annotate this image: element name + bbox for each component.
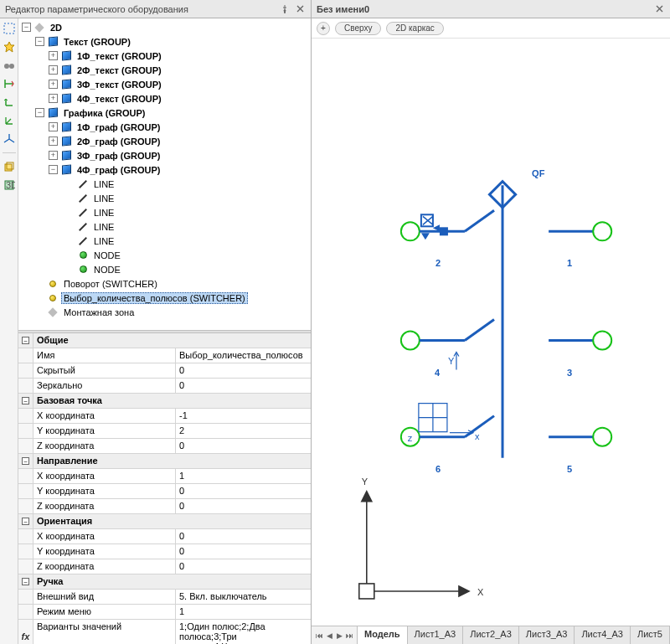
prop-row[interactable]: Внешний вид5. Вкл. выключатель [18,590,311,605]
tree-view[interactable]: − 2D − Текст (GROUP) +1Ф_текст (GROUP) +… [18,18,311,330]
crumb-top-view[interactable]: Сверху [335,22,381,35]
prop-section-direction[interactable]: –Направление [18,454,311,469]
collapse-icon[interactable]: – [22,457,29,465]
tree-node[interactable]: +1Ф_граф (GROUP) [18,120,311,134]
tree-node-node[interactable]: NODE [18,262,311,276]
tab-nav-next-icon[interactable]: ▶ [335,631,343,641]
toolbar-axis2-icon[interactable] [3,114,16,127]
prop-section-handle[interactable]: –Ручка [18,574,311,590]
prop-section-orientation[interactable]: –Ориентация [18,514,311,529]
sheet-tab-model[interactable]: Модель [358,626,408,644]
tree-node-node[interactable]: NODE [18,248,311,262]
tree-node-switcher-selected[interactable]: Выбор_количества_полюсов (SWITCHER) [18,291,311,305]
tree-node-line[interactable]: LINE [18,191,311,205]
prop-value[interactable]: 0 [176,529,311,544]
collapse-icon[interactable]: – [22,337,29,344]
tree-node-mount-zone[interactable]: Монтажная зона [18,305,311,319]
collapse-icon[interactable]: – [22,578,29,585]
prop-value[interactable]: 0 [176,559,311,574]
prop-row[interactable]: Z координата0 [18,559,311,574]
expander-icon[interactable]: + [49,137,58,146]
toolbar-select-icon[interactable] [3,22,16,35]
prop-row[interactable]: Y координата2 [18,424,311,439]
prop-value[interactable]: 1 [176,605,311,619]
expander-icon[interactable]: − [22,23,31,32]
expander-icon[interactable]: − [35,37,44,46]
crumb-wireframe[interactable]: 2D каркас [386,22,443,35]
expander-icon[interactable]: + [49,122,58,131]
toolbar-axis1-icon[interactable] [3,95,16,109]
prop-row[interactable]: Скрытый0 [18,363,311,379]
prop-row[interactable]: Y координата0 [18,544,311,559]
tree-node[interactable]: +4Ф_текст (GROUP) [18,91,311,106]
prop-value[interactable]: 0 [176,439,311,453]
crumb-plus[interactable]: + [317,22,330,35]
tree-node[interactable]: +1Ф_текст (GROUP) [18,49,311,63]
pin-icon[interactable] [279,3,291,15]
prop-value[interactable]: 0 [176,499,311,513]
expander-icon[interactable]: + [49,94,58,103]
expander-icon[interactable]: + [49,151,58,160]
tree-node-root[interactable]: − 2D [18,20,311,34]
sheet-tab[interactable]: Лист3_А3 [519,626,575,644]
property-grid[interactable]: –Общие ИмяВыбор_количества_полюсов Скрыт… [18,333,311,644]
prop-section-basepoint[interactable]: –Базовая точка [18,394,311,409]
fx-icon[interactable]: fx [22,631,30,641]
expander-icon[interactable]: − [49,165,58,174]
prop-value[interactable]: 0 [176,544,311,559]
sheet-tab[interactable]: Лист5 [631,626,670,644]
toolbar-cube-icon[interactable] [3,160,16,173]
tree-node-line[interactable]: LINE [18,234,311,248]
drawing-canvas[interactable]: QF 2 [312,39,670,626]
tree-node[interactable]: +2Ф_текст (GROUP) [18,63,311,77]
prop-row[interactable]: Z координата0 [18,439,311,454]
tree-node-line[interactable]: LINE [18,177,311,191]
sheet-tab[interactable]: Лист4_А3 [575,626,631,644]
tree-node-line[interactable]: LINE [18,205,311,219]
prop-row[interactable]: X координата0 [18,529,311,544]
tree-node-text-group[interactable]: − Текст (GROUP) [18,34,311,49]
tree-node[interactable]: +2Ф_граф (GROUP) [18,134,311,148]
prop-value[interactable]: 0 [176,379,311,393]
prop-value[interactable]: 1 [176,469,311,483]
expander-icon[interactable]: − [35,108,44,117]
prop-row[interactable]: X координата-1 [18,409,311,424]
tree-node[interactable]: +3Ф_текст (GROUP) [18,77,311,91]
prop-row[interactable]: Режим меню1 [18,605,311,620]
close-icon[interactable] [653,3,665,15]
tab-nav-prev-icon[interactable]: ◀ [325,631,333,641]
prop-row[interactable]: Y координата0 [18,484,311,499]
prop-row[interactable]: Зеркально0 [18,379,311,394]
prop-value[interactable]: 1;Один полюс;2;Два полюса;3;Три полюса;4… [176,620,311,644]
expander-icon[interactable]: + [49,65,58,75]
expander-icon[interactable]: + [49,51,58,60]
expander-icon[interactable]: + [49,80,58,89]
collapse-icon[interactable]: – [22,397,29,404]
collapse-icon[interactable]: – [22,518,29,525]
tree-node-open[interactable]: −4Ф_граф (GROUP) [18,162,311,177]
tab-nav-first-icon[interactable]: ⏮ [315,631,323,641]
prop-value[interactable]: Выбор_количества_полюсов [176,348,311,363]
close-icon[interactable] [294,3,306,15]
prop-row[interactable]: X координата1 [18,469,311,484]
tree-node-graph-group[interactable]: − Графика (GROUP) [18,106,311,120]
prop-row[interactable]: ИмяВыбор_количества_полюсов [18,348,311,363]
tree-node[interactable]: +3Ф_граф (GROUP) [18,148,311,162]
tree-node-switcher[interactable]: Поворот (SWITCHER) [18,276,311,291]
prop-section-general[interactable]: –Общие [18,333,311,348]
prop-value[interactable]: 5. Вкл. выключатель [176,590,311,604]
tab-nav-last-icon[interactable]: ⏭ [345,631,353,641]
prop-value[interactable]: -1 [176,409,311,423]
sheet-tab[interactable]: Лист2_А3 [463,626,519,644]
toolbar-align-icon[interactable] [3,77,16,90]
toolbar-xyz-icon[interactable] [3,132,16,146]
prop-value[interactable]: 0 [176,484,311,498]
toolbar-binoculars-icon[interactable] [3,59,16,72]
prop-row[interactable]: Z координата0 [18,499,311,514]
prop-row[interactable]: fxВарианты значений1;Один полюс;2;Два по… [18,620,311,644]
toolbar-favorite-icon[interactable] [3,40,16,54]
tree-node-line[interactable]: LINE [18,219,311,234]
toolbar-3d-icon[interactable]: 3D [3,178,16,192]
prop-value[interactable]: 0 [176,363,311,378]
prop-value[interactable]: 2 [176,424,311,438]
